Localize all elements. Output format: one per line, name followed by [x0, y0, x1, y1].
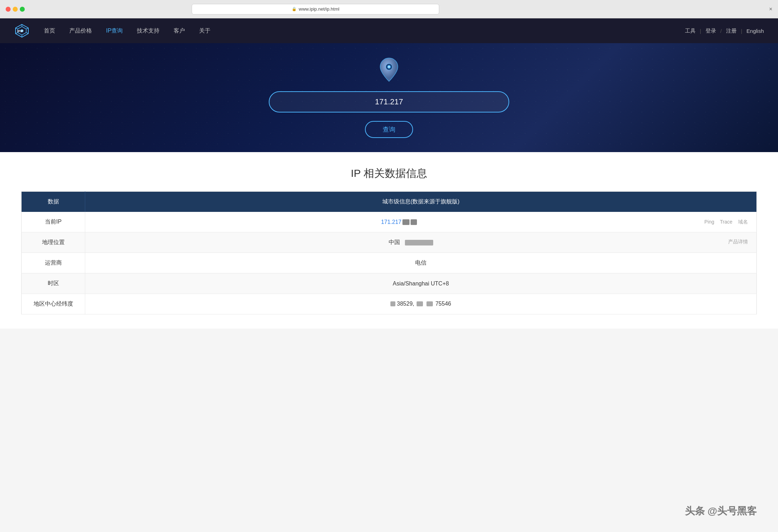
country-text: 中国 — [389, 239, 400, 245]
coord-text1: 38529, — [397, 301, 414, 307]
row-value-timezone: Asia/Shanghai UTC+8 — [85, 273, 757, 294]
row-label-location: 地理位置 — [22, 232, 85, 253]
redacted-block — [402, 219, 410, 225]
nav-english[interactable]: English — [747, 28, 764, 34]
logo-icon: IPIP — [14, 23, 30, 39]
row-label-timezone: 时区 — [22, 273, 85, 294]
logo[interactable]: IPIP — [14, 23, 30, 39]
redacted-coord1 — [390, 301, 395, 306]
col-header-data: 数据 — [22, 192, 85, 212]
nav-divider2: / — [720, 28, 722, 34]
location-pin-icon — [378, 57, 400, 84]
row-value-isp: 电信 — [85, 253, 757, 273]
row-label-coords: 地区中心经纬度 — [22, 294, 85, 314]
row-value-location: 中国 产品详情 — [85, 232, 757, 253]
nav-tools[interactable]: 工具 — [685, 28, 696, 34]
tab-close-icon[interactable]: × — [769, 6, 772, 12]
main-content: IP 相关数据信息 数据 城市级信息(数据来源于旗舰版) 当前IP 171.21… — [0, 152, 778, 329]
nav-right: 工具 | 登录 / 注册 | English — [685, 28, 764, 34]
browser-buttons — [6, 7, 25, 12]
domain-link[interactable]: 域名 — [738, 219, 748, 225]
maximize-btn[interactable] — [20, 7, 25, 12]
ip-link[interactable]: 171.217 — [381, 219, 417, 225]
query-button[interactable]: 查询 — [365, 121, 413, 138]
table-row: 当前IP 171.217 Ping Trace 域名 — [22, 212, 757, 232]
nav-ip-query[interactable]: IP查询 — [106, 27, 123, 35]
row-label-current-ip: 当前IP — [22, 212, 85, 232]
section-title: IP 相关数据信息 — [21, 166, 757, 181]
svg-text:IPIP: IPIP — [17, 29, 23, 33]
url-text: www.ipip.net/ip.html — [299, 6, 339, 12]
row-label-isp: 运营商 — [22, 253, 85, 273]
coord-value: 38529, 75546 — [390, 301, 451, 307]
svg-point-12 — [388, 66, 390, 68]
navbar: IPIP 首页 产品价格 IP查询 技术支持 客户 关于 工具 | 登录 / 注… — [0, 18, 778, 43]
table-row: 时区 Asia/Shanghai UTC+8 — [22, 273, 757, 294]
lock-icon: 🔒 — [292, 7, 297, 11]
redacted-coord3 — [426, 301, 433, 306]
action-links-ip: Ping Trace 域名 — [704, 219, 748, 225]
nav-links: 首页 产品价格 IP查询 技术支持 客户 关于 — [44, 27, 685, 35]
row-value-current-ip: 171.217 Ping Trace 域名 — [85, 212, 757, 232]
table-row: 地区中心经纬度 38529, 75546 — [22, 294, 757, 314]
ping-link[interactable]: Ping — [704, 219, 714, 225]
redacted-coord2 — [417, 301, 423, 306]
coord-text2: 75546 — [435, 301, 451, 307]
nav-register[interactable]: 注册 — [726, 28, 737, 34]
redacted-location — [405, 240, 433, 245]
row-value-coords: 38529, 75546 — [85, 294, 757, 314]
product-detail-link[interactable]: 产品详情 — [728, 239, 748, 245]
data-table: 数据 城市级信息(数据来源于旗舰版) 当前IP 171.217 Ping Tra… — [21, 191, 757, 314]
browser-chrome: 🔒 www.ipip.net/ip.html × — [0, 0, 778, 18]
table-row: 运营商 电信 — [22, 253, 757, 273]
nav-tech-support[interactable]: 技术支持 — [137, 27, 159, 35]
col-header-city-info: 城市级信息(数据来源于旗舰版) — [85, 192, 757, 212]
nav-about[interactable]: 关于 — [199, 27, 210, 35]
table-header-row: 数据 城市级信息(数据来源于旗舰版) — [22, 192, 757, 212]
nav-customers[interactable]: 客户 — [174, 27, 185, 35]
address-bar: 🔒 www.ipip.net/ip.html — [192, 4, 439, 15]
ip-search-input[interactable] — [269, 91, 509, 112]
trace-link[interactable]: Trace — [720, 219, 732, 225]
close-btn[interactable] — [6, 7, 11, 12]
nav-home[interactable]: 首页 — [44, 27, 55, 35]
nav-divider3: | — [741, 28, 742, 34]
redacted-block2 — [411, 219, 417, 225]
table-row: 地理位置 中国 产品详情 — [22, 232, 757, 253]
minimize-btn[interactable] — [13, 7, 18, 12]
nav-login[interactable]: 登录 — [706, 28, 716, 34]
search-bar — [269, 91, 509, 112]
nav-divider1: | — [700, 28, 701, 34]
nav-pricing[interactable]: 产品价格 — [69, 27, 92, 35]
hero-section: 查询 — [0, 43, 778, 152]
